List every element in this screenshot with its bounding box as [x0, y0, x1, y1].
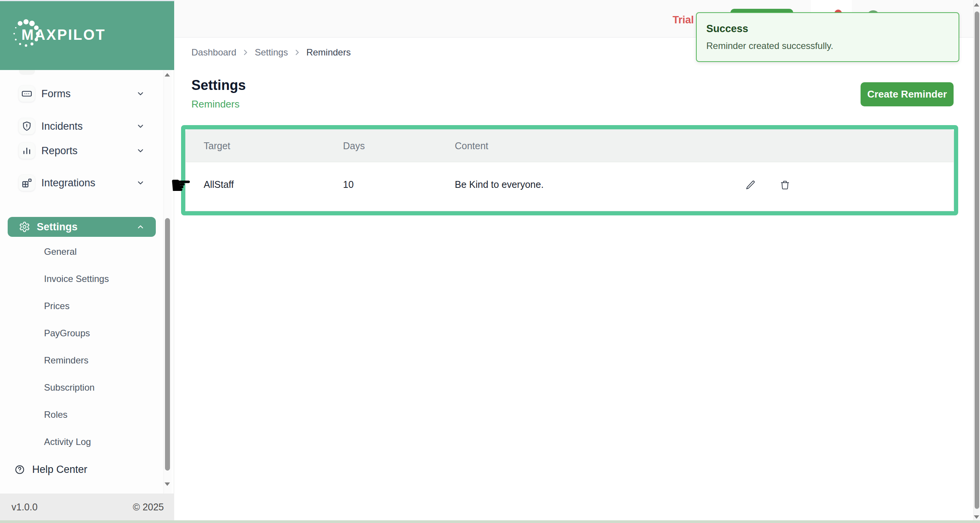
- trash-icon: [780, 180, 790, 190]
- pointing-hand-cursor-icon: ☛: [170, 173, 192, 197]
- subitem-label: Reminders: [44, 355, 88, 366]
- app-version: v1.0.0: [11, 502, 38, 513]
- help-center-label: Help Center: [32, 464, 87, 476]
- column-header-content: Content: [455, 130, 488, 162]
- chevron-down-icon: [136, 90, 145, 98]
- window-scroll-down-arrow[interactable]: [974, 515, 979, 519]
- table-header-row: Target Days Content: [186, 130, 954, 162]
- bar-chart-icon: [19, 143, 35, 159]
- sidebar-subitem-roles[interactable]: Roles: [0, 407, 174, 422]
- sidebar-item-label: Settings: [37, 221, 78, 233]
- shield-alert-icon: [19, 118, 35, 134]
- breadcrumb-dashboard[interactable]: Dashboard: [191, 47, 236, 58]
- sidebar-subitem-activity-log[interactable]: Activity Log: [0, 434, 174, 450]
- breadcrumb-settings[interactable]: Settings: [255, 47, 288, 58]
- subitem-label: Prices: [44, 301, 70, 311]
- sidebar-item-label: Reports: [41, 145, 78, 157]
- copyright: © 2025: [133, 502, 164, 513]
- page-title: Settings: [191, 77, 246, 93]
- reminders-table: Target Days Content AllStaff 10 Be Kind …: [185, 129, 954, 211]
- sidebar-item-label: Incidents: [41, 121, 83, 132]
- sidebar: MAXPILOT Forms Incidents Rep: [0, 0, 174, 523]
- sidebar-subitem-general[interactable]: General: [0, 244, 174, 259]
- cell-days: 10: [343, 162, 354, 207]
- sidebar-subitem-invoice-settings[interactable]: Invoice Settings: [0, 271, 174, 287]
- subitem-label: Activity Log: [44, 437, 91, 447]
- subitem-label: General: [44, 246, 77, 257]
- sidebar-item-label: Forms: [41, 88, 71, 100]
- chevron-down-icon: [136, 147, 145, 155]
- sidebar-item-help-center[interactable]: Help Center: [0, 460, 174, 479]
- sidebar-footer: v1.0.0 © 2025: [0, 494, 174, 520]
- subitem-label: PayGroups: [44, 328, 90, 339]
- toast-message: Reminder created successfully.: [706, 41, 833, 51]
- chevron-up-icon: [136, 223, 145, 231]
- sidebar-scrollbar-thumb[interactable]: [165, 218, 170, 471]
- column-header-days: Days: [343, 130, 365, 162]
- window-scrollbar-thumb[interactable]: [975, 11, 979, 509]
- sidebar-subitem-subscription[interactable]: Subscription: [0, 380, 174, 395]
- sidebar-item-incidents[interactable]: Incidents: [0, 116, 174, 136]
- sidebar-item-settings[interactable]: Settings: [8, 217, 156, 237]
- cell-target: AllStaff: [204, 162, 234, 207]
- scrolled-partial-item: [19, 70, 35, 74]
- blocks-icon: [19, 175, 35, 191]
- sidebar-subitem-prices[interactable]: Prices: [0, 298, 174, 314]
- column-header-target: Target: [204, 130, 230, 162]
- sidebar-item-reports[interactable]: Reports: [0, 141, 174, 161]
- subitem-label: Invoice Settings: [44, 274, 109, 284]
- toast-title: Success: [706, 23, 748, 35]
- create-reminder-button[interactable]: Create Reminder: [861, 82, 954, 106]
- app-logo: MAXPILOT: [21, 27, 106, 43]
- window-scroll-up-arrow[interactable]: [974, 3, 979, 7]
- form-field-icon: [19, 86, 35, 102]
- sidebar-subitem-paygroups[interactable]: PayGroups: [0, 326, 174, 341]
- chevron-down-icon: [136, 179, 145, 187]
- chevron-right-icon: [293, 49, 301, 56]
- sidebar-item-forms[interactable]: Forms: [0, 84, 174, 104]
- table-row: AllStaff 10 Be Kind to everyone.: [186, 162, 954, 207]
- success-toast: Success Reminder created successfully.: [696, 12, 959, 62]
- pencil-icon: [745, 180, 756, 190]
- gear-icon: [19, 221, 30, 233]
- sidebar-scroll-up-arrow[interactable]: [165, 73, 170, 77]
- sidebar-scroll-down-arrow[interactable]: [165, 482, 170, 486]
- help-circle-icon: [15, 464, 25, 475]
- chevron-right-icon: [242, 49, 249, 56]
- sidebar-item-integrations[interactable]: Integrations: [0, 173, 174, 193]
- subitem-label: Roles: [44, 409, 67, 420]
- chevron-down-icon: [136, 122, 145, 130]
- sidebar-item-label: Integrations: [41, 177, 95, 189]
- breadcrumb-reminders[interactable]: Reminders: [306, 47, 351, 58]
- cell-content: Be Kind to everyone.: [455, 162, 544, 207]
- edit-button[interactable]: [743, 177, 758, 192]
- delete-button[interactable]: [777, 177, 792, 192]
- subitem-label: Subscription: [44, 382, 95, 393]
- sidebar-logo-header: MAXPILOT: [0, 0, 174, 70]
- window-bottom-edge: [0, 520, 980, 523]
- breadcrumb: Dashboard Settings Reminders: [191, 46, 351, 59]
- sidebar-subitem-reminders[interactable]: Reminders: [0, 353, 174, 368]
- reminders-section-link[interactable]: Reminders: [191, 98, 240, 110]
